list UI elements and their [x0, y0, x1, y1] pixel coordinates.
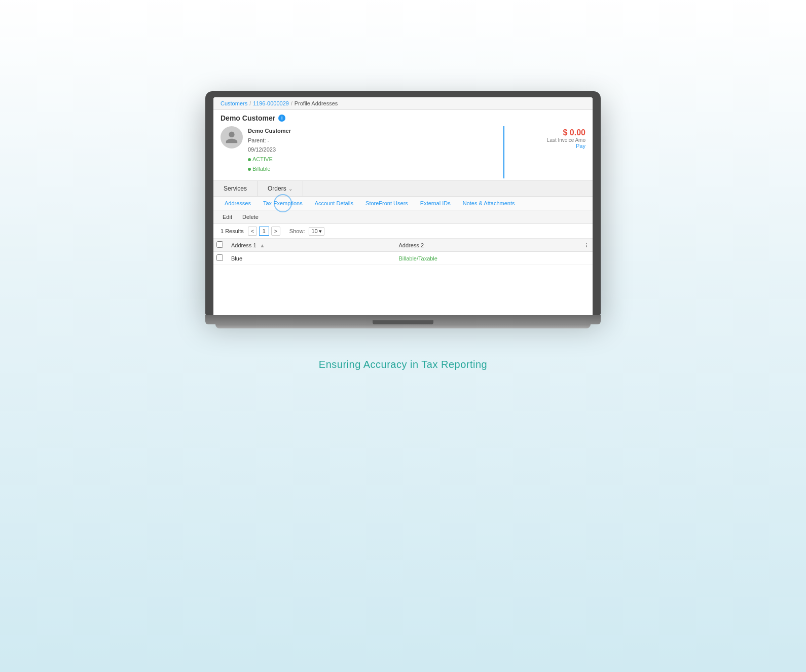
show-chevron-icon: ▾	[319, 228, 322, 235]
table-controls: 1 Results < 1 > Show: 10 ▾	[213, 224, 593, 239]
customer-title: Demo Customer	[221, 114, 275, 122]
info-icon[interactable]: i	[278, 115, 285, 122]
laptop-base	[205, 315, 601, 324]
profile-parent: Parent: -	[248, 136, 291, 145]
tab-services[interactable]: Services	[213, 181, 258, 196]
pay-link[interactable]: Pay	[576, 143, 585, 149]
tab-storefront-users[interactable]: StoreFront Users	[359, 197, 414, 210]
balance-amount: $ 0.00	[563, 128, 585, 137]
app-window: Customers / 1196-0000029 / Profile Addre…	[213, 97, 593, 315]
tab-account-details[interactable]: Account Details	[309, 197, 359, 210]
active-dot	[248, 158, 251, 161]
laptop-container: Customers / 1196-0000029 / Profile Addre…	[205, 91, 601, 328]
row-checkbox-cell	[213, 252, 226, 265]
header-checkbox-cell	[213, 239, 226, 252]
avatar-icon	[225, 130, 239, 144]
customer-header: Demo Customer i Demo Customer	[213, 110, 593, 181]
show-label: Show:	[289, 228, 305, 234]
pagination: < 1 >	[248, 227, 280, 236]
profile-name: Demo Customer	[248, 126, 291, 136]
breadcrumb-current: Profile Addresses	[295, 100, 338, 106]
breadcrumb-sep1: /	[249, 101, 251, 106]
orders-chevron: ⌄	[288, 186, 292, 192]
tab-notes-attachments[interactable]: Notes & Attachments	[457, 197, 521, 210]
row-resize	[580, 252, 593, 265]
customer-profile: Demo Customer Parent: - 09/12/2023 ACTIV…	[221, 126, 504, 178]
results-count: 1 Results	[221, 228, 244, 234]
col-resize: ⁝	[580, 239, 593, 252]
table-header-row: Address 1 ▲ Address 2 ⁝	[213, 239, 593, 252]
laptop-screen: Customers / 1196-0000029 / Profile Addre…	[205, 91, 601, 315]
next-page-button[interactable]: >	[271, 227, 280, 236]
show-select[interactable]: 10 ▾	[309, 227, 324, 236]
current-page: 1	[259, 227, 269, 236]
breadcrumb-sep2: /	[291, 101, 292, 106]
breadcrumb: Customers / 1196-0000029 / Profile Addre…	[213, 97, 593, 110]
balance-label: Last Invoice Amo	[547, 137, 585, 143]
edit-button[interactable]: Edit	[221, 213, 234, 221]
laptop-foot	[215, 324, 591, 328]
tab-external-ids[interactable]: External IDs	[414, 197, 457, 210]
profile-details: Demo Customer Parent: - 09/12/2023 ACTIV…	[248, 126, 291, 173]
header-checkbox[interactable]	[216, 241, 223, 248]
customer-balance: $ 0.00 Last Invoice Amo Pay	[504, 126, 585, 178]
tab-tax-exemptions[interactable]: Tax Exemptions	[257, 197, 309, 210]
col-address1: Address 1 ▲	[226, 239, 394, 252]
filter-icon[interactable]: ▲	[260, 243, 265, 248]
billable-taxable-badge: Billable/Taxable	[399, 255, 437, 262]
status-billable: Billable	[248, 164, 291, 174]
breadcrumb-customers[interactable]: Customers	[221, 100, 247, 106]
row-status: Billable/Taxable	[394, 252, 581, 265]
billable-dot	[248, 168, 251, 171]
tabs-row2: Addresses Tax Exemptions Account Details…	[213, 197, 593, 210]
delete-button[interactable]: Delete	[240, 213, 261, 221]
row-checkbox[interactable]	[216, 254, 223, 261]
toolbar: Edit Delete	[213, 210, 593, 224]
col-address2: Address 2	[394, 239, 581, 252]
tagline: Ensuring Accuracy in Tax Reporting	[319, 359, 487, 370]
data-table: Address 1 ▲ Address 2 ⁝	[213, 239, 593, 265]
tabs-row1: Services Orders ⌄	[213, 181, 593, 197]
prev-page-button[interactable]: <	[248, 227, 257, 236]
breadcrumb-account-id[interactable]: 1196-0000029	[253, 100, 289, 106]
profile-date: 09/12/2023	[248, 145, 291, 155]
tab-addresses[interactable]: Addresses	[218, 197, 257, 210]
avatar	[221, 126, 243, 148]
table-row: Blue Billable/Taxable	[213, 252, 593, 265]
row-address1: Blue	[226, 252, 394, 265]
status-active: ACTIVE	[248, 155, 291, 164]
